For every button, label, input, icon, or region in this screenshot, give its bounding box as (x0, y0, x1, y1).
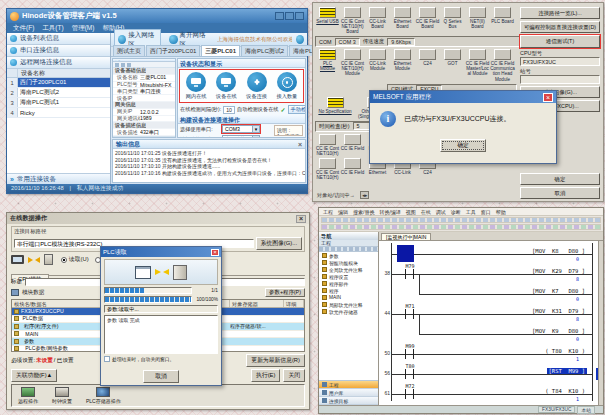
status-icon-item[interactable]: 设备在线 (216, 72, 237, 100)
device-row[interactable]: 2 海南PLC测试2 (7, 88, 110, 98)
menu-item[interactable]: 工具(T) (38, 24, 67, 33)
communication-test-button[interactable]: 通信测试(T) (520, 35, 600, 47)
pc-interface-option[interactable]: Ethernet Board (390, 7, 415, 29)
status-icon-item[interactable]: 接入数量 (277, 72, 298, 100)
column-header[interactable]: 对象存储器 (230, 300, 284, 307)
device-tab[interactable]: 三菱PLC01 (201, 45, 240, 56)
project-tree-item[interactable]: 软元件存储器 (319, 308, 378, 315)
com-port-select[interactable]: COM3 ▾ (222, 125, 260, 133)
plc-interface-option[interactable]: CC-Link Module (365, 49, 390, 71)
network-route-option[interactable]: CC IE Cont NET/10(H) (315, 134, 340, 156)
menu-item[interactable]: 管理(M) (68, 24, 99, 33)
project-tree-item[interactable]: 智能功能模块 (319, 259, 378, 266)
menu-item[interactable]: 工具 (464, 209, 478, 215)
tool-button[interactable]: PLC存储器操作 (86, 387, 121, 404)
manual-check-button[interactable]: 手动检测设备在线 (288, 105, 306, 114)
ladder-rung[interactable]: [MOV K9 D80 ] 0 (379, 323, 603, 343)
output-close-icon[interactable]: × (298, 141, 302, 148)
auto-check-checkbox[interactable]: ✓ (281, 106, 286, 113)
ok-button[interactable]: 确定 (520, 173, 600, 185)
pc-interface-option[interactable]: NET(II) Board (465, 7, 490, 29)
sidebar-section[interactable]: 远程网络连接信息 (7, 57, 110, 69)
vertical-scrollbar[interactable] (598, 241, 603, 405)
plc-interface-option[interactable]: Ethernet Module (390, 49, 415, 71)
pc-interface-option[interactable]: PLC Board (490, 7, 515, 24)
param-program-button[interactable]: 参数+程序(P) (265, 288, 305, 297)
close-button[interactable]: × (296, 215, 306, 223)
menu-item[interactable]: 工程 (321, 209, 335, 215)
network-route-option[interactable]: CC IE Field (340, 134, 365, 151)
close-dialog-button[interactable]: 关闭 (283, 369, 305, 382)
plc-interface-option[interactable]: CC IE Cont NET/10(H) Module (340, 49, 365, 76)
close-button[interactable]: × (211, 249, 219, 256)
device-tab[interactable]: 测试主页 (113, 45, 145, 56)
view-selector-item[interactable]: 工程 (319, 381, 378, 389)
tool-button[interactable]: 远程操作 (18, 387, 38, 404)
coexistence-route-option[interactable]: CC IE Cont NET/10(H) (315, 158, 340, 180)
ladder-rung[interactable]: 50 M99 ( T80 K10 ) 1 (379, 343, 603, 363)
toolbars[interactable] (319, 216, 603, 232)
project-tree-item[interactable]: 程序设置 (319, 273, 378, 280)
ok-button[interactable]: 确定 (440, 139, 486, 152)
related-functions-button[interactable]: 关联功能(F)▲ (11, 369, 57, 382)
device-row[interactable]: 1 西门子200PLC01 (7, 78, 110, 88)
system-image-button[interactable]: 系统图像(G)... (256, 237, 302, 250)
favorites-bar[interactable]: » 常用连接设备 (7, 173, 110, 184)
pc-interface-option[interactable]: CC-Link Board (365, 7, 390, 29)
menu-item[interactable]: 在线 (419, 209, 433, 215)
project-tree-item[interactable]: 程序 (319, 287, 378, 294)
menu-item[interactable]: 视图 (404, 209, 418, 215)
menu-item[interactable]: 转换/编译 (377, 209, 402, 215)
menu-item[interactable]: 诊断 (449, 209, 463, 215)
device-row[interactable]: 4 Ricky (7, 108, 110, 118)
coexistence-route-option[interactable]: CC IE Field (340, 158, 365, 175)
other-station-option[interactable]: No Specification (315, 97, 355, 114)
cancel-button[interactable]: 取消 (143, 370, 179, 383)
menu-item[interactable]: 搜索/替换 (351, 209, 376, 215)
conn-mode-select[interactable]: 串口连接 ▾ (222, 135, 260, 138)
ladder-rung[interactable]: 56 T80 [RST M99 ] (379, 363, 603, 383)
project-tree-item[interactable]: 程序部件 (319, 280, 378, 287)
project-tree-item[interactable]: 参数 (319, 252, 378, 259)
project-tree-item[interactable]: MAIN (319, 294, 378, 301)
baud-field[interactable]: 9.6Kbps (387, 38, 415, 46)
ladder-rung[interactable]: 38 M79 [MOV K29 D79 ] 8 (379, 263, 603, 283)
menu-item[interactable]: 窗口 (479, 209, 493, 215)
station-spin-control[interactable]: ◂▸ (360, 191, 369, 199)
refresh-button[interactable]: 更新为最新信息(R) (246, 354, 305, 367)
view-selector-item[interactable]: 连接目标 (319, 397, 378, 405)
sidebar-section[interactable]: 设备列表信息 (7, 33, 110, 45)
execute-button[interactable]: 执行(E) (251, 369, 280, 382)
column-header[interactable]: 详细 (284, 300, 304, 307)
ladder-rung[interactable]: 61 M72 ( T84 K10 ) 1 (379, 383, 603, 403)
pc-interface-option[interactable]: CC IE Field Board (415, 7, 440, 29)
mode-radio[interactable]: 读取(U) (61, 255, 89, 264)
device-tab[interactable]: 西门子200PLC01 (146, 45, 200, 56)
sidebar-section[interactable]: 串口连接信息 (7, 45, 110, 57)
ladder-rung[interactable]: [MOV K8 D80 ] 0 (379, 243, 603, 263)
plc-interface-option[interactable]: GOT (440, 49, 465, 66)
project-tree-item[interactable]: 全局软元件注释 (319, 266, 378, 273)
cancel-button[interactable]: 取消 (520, 187, 600, 199)
tool-button[interactable]: 时钟设置 (52, 387, 72, 404)
menu-item[interactable]: 编辑 (336, 209, 350, 215)
project-tree-item[interactable]: 局部软元件注释 (319, 301, 378, 308)
close-button[interactable]: × (543, 93, 553, 102)
device-row[interactable]: 3 海南PLC测试1 (7, 98, 110, 108)
com-port-field[interactable]: COM 3 (335, 38, 360, 46)
plc-interface-option[interactable]: PLC Module (315, 49, 340, 71)
ladder-rung[interactable]: 44 M71 [MOV K31 D79 ] 8 (379, 303, 603, 323)
auto-close-checkbox[interactable] (104, 356, 110, 362)
status-icon-item[interactable]: 设备连接 (246, 72, 267, 100)
maximize-button[interactable] (285, 12, 294, 20)
close-button[interactable] (295, 12, 304, 20)
view-selector-item[interactable]: 用户库 (319, 389, 378, 397)
connection-list-button[interactable]: 连接路径一览(L)... (520, 7, 600, 19)
property-row[interactable]: 设备描述 432串口 (113, 129, 175, 136)
status-icon-item[interactable]: 网内在线 (186, 72, 207, 100)
plc-interface-option[interactable]: C24 (415, 49, 440, 66)
ladder-rung[interactable]: [MOV K7 D80 ] 0 (379, 283, 603, 303)
interval-field[interactable]: 10 (223, 106, 235, 114)
device-tab[interactable]: 海南PLC测试2 (241, 45, 288, 56)
document-tab[interactable]: [监视执行中]MAIN (381, 233, 431, 240)
